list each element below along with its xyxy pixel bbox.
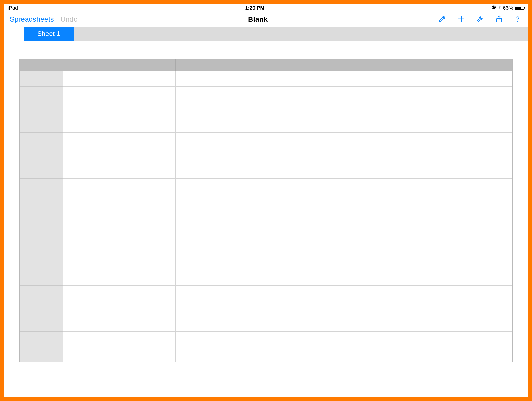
cell[interactable] [175,179,232,194]
cell[interactable] [344,209,400,224]
row-header[interactable] [20,179,63,194]
cell[interactable] [119,301,175,316]
cell[interactable] [288,133,344,148]
cell[interactable] [400,347,456,362]
cell[interactable] [288,209,344,224]
cell[interactable] [456,240,512,255]
cell[interactable] [232,102,288,117]
cell[interactable] [63,179,119,194]
cell[interactable] [288,163,344,179]
cell[interactable] [119,270,175,286]
cell[interactable] [175,117,232,133]
cell[interactable] [344,163,400,179]
cell[interactable] [232,332,288,347]
cell[interactable] [288,316,344,332]
cell[interactable] [232,224,288,240]
cell[interactable] [232,270,288,286]
cell[interactable] [400,163,456,179]
cell[interactable] [232,209,288,224]
cell[interactable] [456,301,512,316]
cell[interactable] [232,71,288,87]
column-header[interactable] [175,59,232,71]
column-header[interactable] [20,59,63,71]
row-header[interactable] [20,209,63,224]
cell[interactable] [344,133,400,148]
cell[interactable] [344,255,400,270]
cell[interactable] [232,240,288,255]
cell[interactable] [344,347,400,362]
cell[interactable] [119,316,175,332]
cell[interactable] [400,117,456,133]
cell[interactable] [288,148,344,163]
row-header[interactable] [20,347,63,362]
cell[interactable] [63,133,119,148]
cell[interactable] [288,71,344,87]
row-header[interactable] [20,148,63,163]
cell[interactable] [63,347,119,362]
cell[interactable] [175,209,232,224]
row-header[interactable] [20,240,63,255]
cell[interactable] [175,286,232,301]
row-header[interactable] [20,255,63,270]
cell[interactable] [400,87,456,102]
cell[interactable] [232,148,288,163]
cell[interactable] [288,347,344,362]
cell[interactable] [400,194,456,209]
cell[interactable] [344,87,400,102]
cell[interactable] [456,163,512,179]
cell[interactable] [344,194,400,209]
cell[interactable] [400,209,456,224]
cell[interactable] [344,286,400,301]
cell[interactable] [400,255,456,270]
spreadsheet-grid[interactable] [19,59,513,362]
cell[interactable] [288,224,344,240]
cell[interactable] [175,224,232,240]
help-icon[interactable] [514,15,522,24]
cell[interactable] [119,194,175,209]
row-header[interactable] [20,163,63,179]
cell[interactable] [344,270,400,286]
cell[interactable] [175,347,232,362]
cell[interactable] [63,240,119,255]
cell[interactable] [456,224,512,240]
cell[interactable] [175,148,232,163]
cell[interactable] [456,209,512,224]
add-icon[interactable] [457,15,466,24]
cell[interactable] [232,117,288,133]
cell[interactable] [456,286,512,301]
cell[interactable] [456,270,512,286]
cell[interactable] [63,148,119,163]
row-header[interactable] [20,117,63,133]
sheet-tab-active[interactable]: Sheet 1 [24,27,74,41]
cell[interactable] [456,117,512,133]
column-header[interactable] [63,59,119,71]
cell[interactable] [175,102,232,117]
cell[interactable] [232,163,288,179]
cell[interactable] [232,316,288,332]
undo-button[interactable]: Undo [61,15,78,23]
cell[interactable] [63,117,119,133]
cell[interactable] [175,270,232,286]
cell[interactable] [400,240,456,255]
cell[interactable] [456,102,512,117]
cell[interactable] [63,270,119,286]
cell[interactable] [288,286,344,301]
cell[interactable] [63,332,119,347]
cell[interactable] [63,316,119,332]
wrench-icon[interactable] [476,15,485,24]
cell[interactable] [344,332,400,347]
cell[interactable] [400,286,456,301]
cell[interactable] [456,148,512,163]
cell[interactable] [344,148,400,163]
cell[interactable] [119,133,175,148]
cell[interactable] [175,194,232,209]
cell[interactable] [119,117,175,133]
column-header[interactable] [456,59,512,71]
cell[interactable] [288,301,344,316]
cell[interactable] [63,301,119,316]
cell[interactable] [344,71,400,87]
cell[interactable] [400,270,456,286]
cell[interactable] [288,87,344,102]
cell[interactable] [175,163,232,179]
cell[interactable] [400,148,456,163]
